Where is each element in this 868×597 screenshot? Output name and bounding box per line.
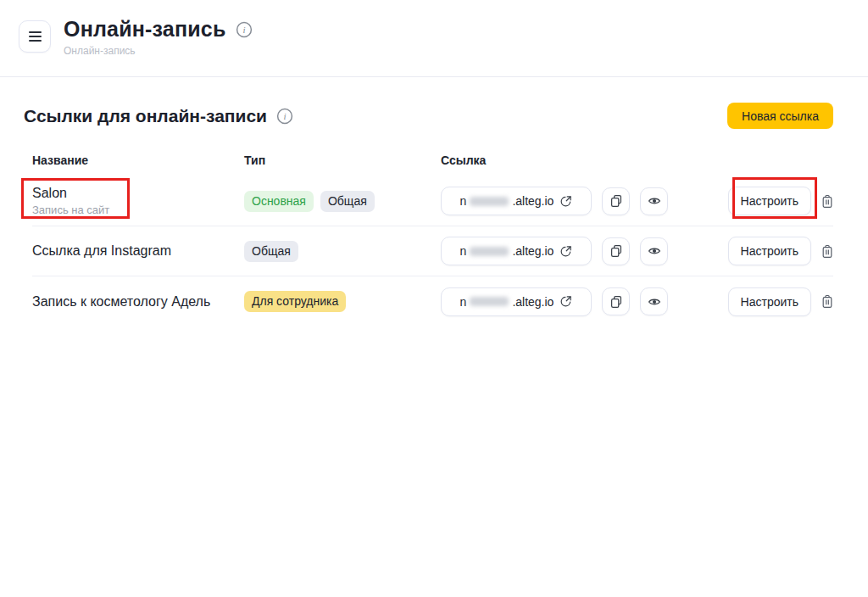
eye-icon <box>648 244 661 258</box>
row-0-configure-button[interactable]: Настроить <box>728 187 811 215</box>
link-url-suffix: .alteg.io <box>512 295 554 309</box>
breadcrumb: Онлайн-запись <box>64 45 253 57</box>
copy-icon <box>609 244 623 258</box>
masked-url-part <box>470 297 509 306</box>
link-url-suffix: .alteg.io <box>512 244 554 258</box>
delete-link-button[interactable] <box>821 194 833 209</box>
external-link-icon <box>559 245 572 258</box>
external-link-icon <box>559 195 572 208</box>
preview-link-button[interactable] <box>640 287 668 315</box>
link-url-prefix: n <box>460 244 467 258</box>
masked-url-part <box>470 247 509 256</box>
link-url-field[interactable]: n.alteg.io <box>441 287 592 316</box>
column-header-name: Название <box>32 153 244 167</box>
table-row: Ссылка для Instagram Общая n.alteg.io <box>32 226 833 276</box>
main-content: Ссылки для онлайн-записи i Новая ссылка … <box>0 77 868 326</box>
copy-link-button[interactable] <box>602 287 630 315</box>
row-1-name-cell: Ссылка для Instagram <box>32 243 244 259</box>
tag-common: Общая <box>320 191 375 212</box>
trash-icon <box>821 244 833 259</box>
link-name: Salon <box>32 186 244 201</box>
info-icon[interactable]: i <box>236 21 253 38</box>
link-name-subtitle: Запись на сайт <box>32 204 244 216</box>
row-1-configure-button[interactable]: Настроить <box>728 237 811 265</box>
info-icon[interactable]: i <box>276 108 293 125</box>
app-header: Онлайн-запись i Онлайн-запись <box>0 0 868 77</box>
copy-link-button[interactable] <box>602 187 630 215</box>
link-url-suffix: .alteg.io <box>512 194 554 208</box>
svg-text:i: i <box>243 25 246 35</box>
section-title: Ссылки для онлайн-записи <box>24 106 267 126</box>
column-header-link: Ссылка <box>441 153 833 167</box>
copy-icon <box>609 194 623 208</box>
table-row: Salon Запись на сайт Основная Общая n.al… <box>32 176 833 226</box>
preview-link-button[interactable] <box>640 187 668 215</box>
masked-url-part <box>470 197 509 206</box>
svg-text:i: i <box>283 111 286 121</box>
tag-common: Общая <box>244 241 298 262</box>
preview-link-button[interactable] <box>640 237 668 265</box>
trash-icon <box>821 194 833 209</box>
trash-icon <box>821 294 833 309</box>
tag-main: Основная <box>244 191 314 212</box>
row-2-name-cell: Запись к косметологу Адель <box>32 294 244 310</box>
table-row: Запись к косметологу Адель Для сотрудник… <box>32 276 833 326</box>
link-url-prefix: n <box>460 295 467 309</box>
new-link-button[interactable]: Новая ссылка <box>727 103 833 129</box>
eye-icon <box>648 194 661 208</box>
link-url-field[interactable]: n.alteg.io <box>441 237 592 265</box>
copy-link-button[interactable] <box>602 237 630 265</box>
link-name: Ссылка для Instagram <box>32 243 244 259</box>
column-header-type: Тип <box>244 153 441 167</box>
link-name: Запись к косметологу Адель <box>32 294 244 310</box>
row-0-name-cell: Salon Запись на сайт <box>32 186 244 216</box>
type-tags: Основная Общая <box>244 191 441 212</box>
links-table: Название Тип Ссылка Salon Запись на сайт… <box>24 152 833 326</box>
type-tags: Общая <box>244 241 441 262</box>
link-url-prefix: n <box>460 194 467 208</box>
external-link-icon <box>559 295 572 308</box>
link-url-field[interactable]: n.alteg.io <box>441 187 592 215</box>
tag-for-employee: Для сотрудника <box>244 291 346 312</box>
hamburger-menu-button[interactable] <box>19 20 51 53</box>
eye-icon <box>648 295 661 309</box>
page-title: Онлайн-запись <box>64 17 225 42</box>
delete-link-button[interactable] <box>821 244 833 259</box>
type-tags: Для сотрудника <box>244 291 441 312</box>
table-header: Название Тип Ссылка <box>32 152 833 169</box>
row-2-configure-button[interactable]: Настроить <box>728 287 811 316</box>
delete-link-button[interactable] <box>821 294 833 309</box>
copy-icon <box>609 295 623 309</box>
hamburger-icon <box>29 31 42 33</box>
